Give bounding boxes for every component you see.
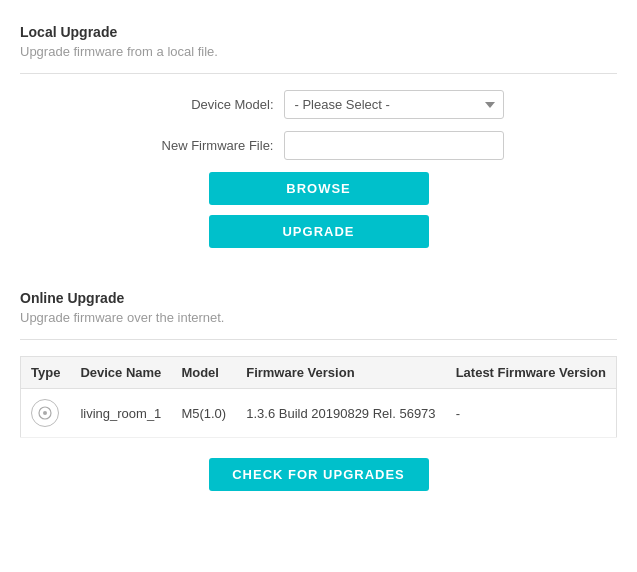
new-firmware-input[interactable] (284, 131, 504, 160)
table-header-row: Type Device Name Model Firmware Version … (21, 357, 617, 389)
cell-type (21, 389, 71, 438)
local-upgrade-section: Local Upgrade Upgrade firmware from a lo… (20, 16, 617, 266)
device-type-icon (31, 399, 59, 427)
local-upgrade-divider (20, 73, 617, 74)
online-upgrade-divider (20, 339, 617, 340)
browse-button[interactable]: BROWSE (209, 172, 429, 205)
local-upgrade-title: Local Upgrade (20, 24, 617, 40)
new-firmware-row: New Firmware File: (20, 131, 617, 160)
device-model-row: Device Model: - Please Select - (20, 90, 617, 119)
table-row: living_room_1M5(1.0)1.3.6 Build 20190829… (21, 389, 617, 438)
col-model: Model (171, 357, 236, 389)
page-container: Local Upgrade Upgrade firmware from a lo… (0, 0, 637, 507)
svg-point-1 (43, 411, 47, 415)
device-model-select[interactable]: - Please Select - (284, 90, 504, 119)
online-upgrade-subtitle: Upgrade firmware over the internet. (20, 310, 617, 325)
col-type: Type (21, 357, 71, 389)
col-latest-firmware-version: Latest Firmware Version (446, 357, 617, 389)
cell-firmware-version: 1.3.6 Build 20190829 Rel. 56973 (236, 389, 445, 438)
check-upgrades-button[interactable]: CHECK FOR UPGRADES (209, 458, 429, 491)
cell-model: M5(1.0) (171, 389, 236, 438)
online-upgrade-section: Online Upgrade Upgrade firmware over the… (20, 290, 617, 491)
local-upgrade-subtitle: Upgrade firmware from a local file. (20, 44, 617, 59)
browse-btn-row: BROWSE (20, 172, 617, 205)
col-device-name: Device Name (70, 357, 171, 389)
upgrade-btn-row: UPGRADE (20, 215, 617, 248)
cell-device-name: living_room_1 (70, 389, 171, 438)
new-firmware-label: New Firmware File: (134, 138, 274, 153)
online-upgrade-title: Online Upgrade (20, 290, 617, 306)
table-body: living_room_1M5(1.0)1.3.6 Build 20190829… (21, 389, 617, 438)
col-firmware-version: Firmware Version (236, 357, 445, 389)
device-model-label: Device Model: (134, 97, 274, 112)
upgrade-table: Type Device Name Model Firmware Version … (20, 356, 617, 438)
upgrade-button[interactable]: UPGRADE (209, 215, 429, 248)
table-head: Type Device Name Model Firmware Version … (21, 357, 617, 389)
check-upgrades-btn-row: CHECK FOR UPGRADES (20, 458, 617, 491)
cell-latest-firmware-version: - (446, 389, 617, 438)
